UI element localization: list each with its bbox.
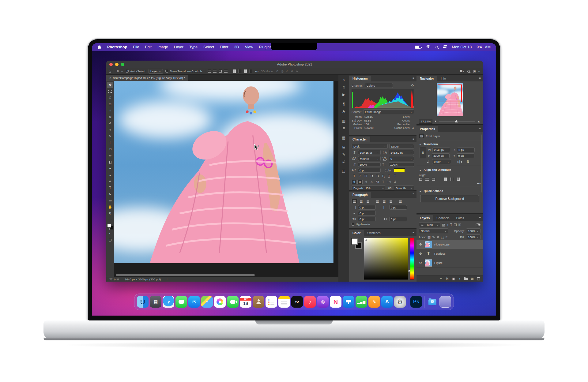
dock-trash[interactable] (439, 296, 451, 308)
more-align-icon[interactable]: ••• (477, 182, 481, 185)
color-swatches-control[interactable] (107, 224, 113, 230)
source-dropdown[interactable]: Entire Image⌄ (363, 109, 414, 114)
path-selection-tool[interactable]: ➤ (107, 191, 113, 197)
space-before-field[interactable]: 0 pt (358, 217, 376, 221)
brushes-panel-icon[interactable]: ⚟ (340, 159, 348, 165)
navigator-view-box[interactable] (438, 84, 462, 102)
faux-italic-button[interactable]: T (357, 174, 363, 178)
status-chevron-icon[interactable]: 〉 (166, 277, 169, 281)
justify-all-button[interactable]: ☰ (398, 199, 403, 204)
marquee-tool[interactable] (107, 88, 113, 94)
language-dropdown[interactable]: English: USA⌄ (352, 185, 386, 190)
checkbox-checked-icon[interactable]: ✓ (126, 70, 129, 73)
history-brush-tool[interactable]: ⟲ (107, 146, 113, 152)
faux-bold-button[interactable]: T (352, 174, 357, 178)
menu-view[interactable]: View (245, 45, 253, 49)
move-tool[interactable]: ✥ (107, 82, 113, 88)
dock-downloads[interactable] (427, 296, 438, 308)
justify-last-center-button[interactable]: ☰ (381, 199, 387, 204)
timeline-panel-icon[interactable]: ▦ (340, 134, 348, 141)
align-bottom-icon[interactable] (457, 178, 460, 181)
link-layers-icon[interactable]: ⚭ (440, 277, 443, 280)
tab-paragraph[interactable]: Paragraph (349, 192, 371, 198)
new-layer-icon[interactable]: ⊞ (471, 277, 474, 280)
menu-app-name[interactable]: Photoshop (107, 45, 127, 49)
new-group-icon[interactable] (464, 278, 468, 280)
status-zoom-field[interactable]: 77.14% (109, 278, 119, 281)
tab-character[interactable]: Character (349, 137, 370, 142)
edit-toolbar-icon[interactable]: ⋯ (107, 217, 113, 223)
link-dimensions-icon[interactable]: 8 (420, 147, 426, 158)
dock-music[interactable]: ♪ (304, 296, 316, 308)
workspace-switcher-icon[interactable]: ▣⌄ (473, 69, 481, 73)
dock-calendar[interactable]: OCT18 (240, 296, 251, 308)
add-layer-mask-icon[interactable]: ▣ (452, 277, 455, 280)
remove-background-button[interactable]: Remove Background (420, 195, 479, 202)
discretionary-ligatures-button[interactable]: st (363, 180, 368, 184)
dock-messages[interactable] (175, 296, 187, 308)
dock-podcasts[interactable]: ◎ (317, 296, 329, 308)
layer-name[interactable]: Fearless (434, 252, 445, 255)
shape-tool[interactable]: ▭ (107, 197, 113, 204)
dock-finder[interactable] (137, 296, 149, 308)
frame-tool[interactable]: ⊠ (107, 114, 113, 120)
menu-plugins[interactable]: Plugins (259, 45, 272, 49)
gradient-tool[interactable]: ◧ (107, 159, 113, 165)
brush-tool[interactable]: ✎ (107, 133, 113, 139)
flip-vertical-icon[interactable]: ⇅ (466, 160, 469, 163)
menu-type[interactable]: Type (189, 45, 198, 49)
align-right-icon[interactable] (432, 178, 435, 181)
layer-thumbnail[interactable] (425, 241, 432, 248)
color-panel-swatches[interactable] (352, 238, 362, 280)
zoom-tool[interactable]: ⚲ (107, 210, 113, 216)
panel-menu-icon[interactable]: ≡ (413, 193, 414, 196)
anti-alias-dropdown[interactable]: Smooth⌄ (394, 185, 414, 190)
layer-row-fearless[interactable]: ⊙ T Fearless (417, 249, 483, 258)
align-bottom-icon[interactable] (244, 69, 247, 73)
battery-icon[interactable] (415, 46, 421, 49)
panel-menu-icon[interactable]: ≡ (479, 127, 481, 130)
picker-marker[interactable] (365, 239, 367, 241)
tracking-dropdown[interactable]: 0⌄ (389, 156, 414, 161)
tab-properties[interactable]: Properties (417, 126, 438, 132)
contextual-alternates-button[interactable]: ơ (357, 180, 363, 184)
tab-channels[interactable]: Channels (433, 215, 453, 221)
channel-dropdown[interactable]: Colors⌄ (365, 83, 393, 88)
layer-name[interactable]: Figure copy (434, 243, 450, 246)
show-transform-checkbox[interactable]: Show Transform Controls (165, 69, 202, 73)
ordinals-button[interactable]: 1st (386, 180, 392, 184)
stylistic-alternates-button[interactable]: aa (375, 180, 380, 184)
vertical-scale-field[interactable]: 100% (358, 162, 381, 167)
wifi-icon[interactable] (426, 45, 431, 49)
dodge-tool[interactable]: ◒ (107, 172, 113, 178)
hue-slider[interactable] (410, 238, 414, 280)
baseline-shift-field[interactable]: 0 pt (358, 168, 381, 173)
distribute-v-icon[interactable] (250, 69, 252, 73)
align-center-h-icon[interactable] (213, 70, 217, 73)
font-size-field[interactable]: 190.15 pt⌄ (358, 150, 381, 155)
align-top-icon[interactable] (444, 178, 447, 181)
panel-scrollbar[interactable] (481, 134, 482, 193)
menu-3d[interactable]: 3D (234, 45, 239, 49)
lock-position-icon[interactable]: ✥ (436, 235, 439, 239)
menu-edit[interactable]: Edit (145, 45, 152, 49)
layer-visibility-icon[interactable]: ⊙ (418, 261, 423, 265)
filter-adjustment-layers-icon[interactable]: ◑ (447, 223, 449, 227)
lasso-tool[interactable]: ⍥ (107, 95, 113, 101)
blur-tool[interactable]: ● (107, 165, 113, 171)
underline-button[interactable]: T (386, 174, 392, 178)
panel-menu-icon[interactable]: ≡ (413, 76, 414, 80)
menu-file[interactable]: File (133, 45, 139, 49)
hand-tool[interactable]: ✋ (107, 204, 113, 210)
quick-mask-button[interactable]: ◐ (107, 230, 113, 236)
hyphenate-checkbox[interactable] (352, 223, 354, 226)
filter-smart-objects-icon[interactable]: ⚿ (458, 223, 461, 227)
home-icon[interactable]: ⌂ (109, 69, 111, 73)
align-center-h-icon[interactable] (425, 178, 429, 181)
layer-thumbnail[interactable] (425, 259, 432, 267)
layer-row-figure-copy[interactable]: ⊙ Figure copy (417, 240, 483, 249)
flip-horizontal-icon[interactable]: ▸|◂ (458, 160, 462, 163)
document-tab[interactable]: × SS22Campaign16.psd @ 77.1% (Figure cop… (106, 75, 188, 81)
tab-layers[interactable]: Layers (417, 215, 433, 221)
width-field[interactable]: 2640 px (432, 148, 450, 152)
